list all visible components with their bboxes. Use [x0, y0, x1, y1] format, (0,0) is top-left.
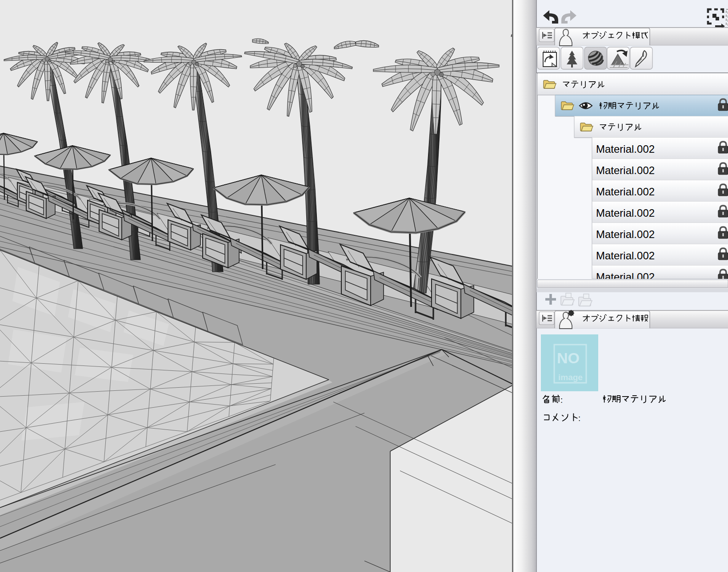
svg-text:image: image	[558, 373, 583, 382]
svg-text:NO: NO	[557, 350, 580, 366]
svg-text:Material.002: Material.002	[596, 207, 655, 219]
svg-text:Material.002: Material.002	[596, 143, 655, 155]
svg-text::: :	[578, 413, 580, 423]
svg-text::: :	[560, 395, 563, 405]
svg-text:Material.002: Material.002	[596, 250, 655, 262]
svg-text:Material.002: Material.002	[596, 186, 655, 198]
svg-text:Material.002: Material.002	[596, 228, 655, 240]
svg-text:Material.002: Material.002	[596, 164, 655, 176]
